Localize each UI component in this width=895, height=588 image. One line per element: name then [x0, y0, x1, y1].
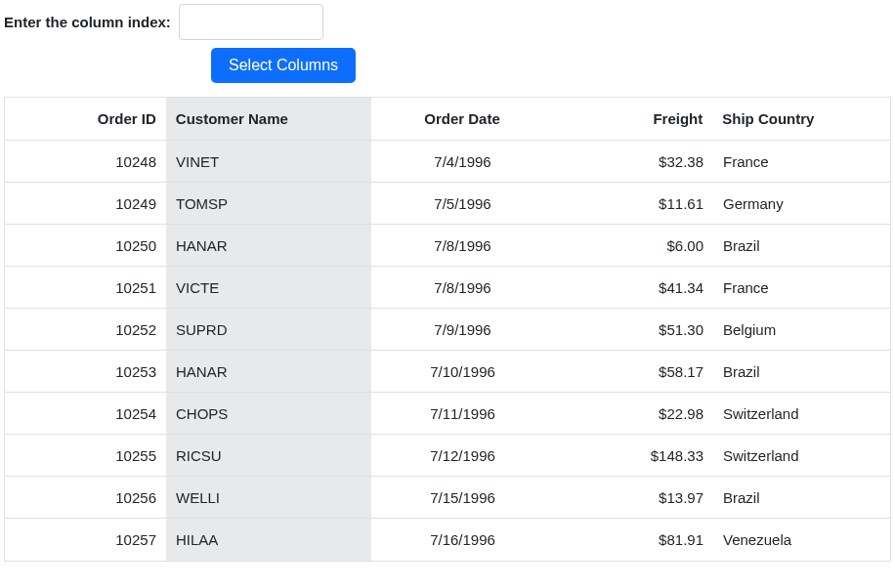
cell-freight: $22.98: [554, 393, 713, 434]
column-header-orderid[interactable]: Order ID: [5, 98, 166, 140]
cell-orderid: 10250: [5, 225, 166, 266]
cell-country: Switzerland: [713, 435, 874, 476]
cell-date: 7/9/1996: [371, 309, 554, 350]
cell-customer: VICTE: [166, 267, 371, 308]
select-columns-button[interactable]: Select Columns: [211, 48, 356, 83]
cell-orderid: 10253: [5, 351, 166, 392]
cell-customer: SUPRD: [166, 309, 371, 350]
cell-customer: HILAA: [166, 519, 371, 561]
cell-freight: $81.91: [554, 519, 713, 561]
cell-customer: VINET: [166, 141, 371, 182]
column-header-customer[interactable]: Customer Name: [166, 98, 371, 140]
cell-freight: $6.00: [554, 225, 713, 266]
cell-orderid: 10249: [5, 183, 166, 224]
column-header-country[interactable]: Ship Country: [712, 98, 874, 140]
cell-country: France: [713, 141, 874, 182]
table-row[interactable]: 10254CHOPS7/11/1996$22.98Switzerland: [5, 393, 890, 435]
cell-customer: RICSU: [166, 435, 371, 476]
data-grid: Order IDCustomer NameOrder DateFreightSh…: [4, 97, 891, 562]
cell-country: France: [713, 267, 874, 308]
table-row[interactable]: 10250HANAR7/8/1996$6.00Brazil: [5, 225, 890, 267]
table-row[interactable]: 10249TOMSP7/5/1996$11.61Germany: [5, 183, 890, 225]
cell-freight: $32.38: [554, 141, 713, 182]
table-row[interactable]: 10256WELLI7/15/1996$13.97Brazil: [5, 477, 890, 519]
cell-date: 7/4/1996: [371, 141, 554, 182]
cell-date: 7/16/1996: [371, 519, 554, 561]
cell-country: Belgium: [713, 309, 874, 350]
control-row: Enter the column index:: [4, 4, 891, 40]
table-row[interactable]: 10252SUPRD7/9/1996$51.30Belgium: [5, 309, 890, 351]
column-index-input[interactable]: [179, 4, 323, 40]
cell-country: Brazil: [713, 477, 874, 518]
grid-header-row: Order IDCustomer NameOrder DateFreightSh…: [5, 98, 890, 141]
cell-customer: CHOPS: [166, 393, 371, 434]
cell-customer: HANAR: [166, 351, 371, 392]
table-row[interactable]: 10248VINET7/4/1996$32.38France: [5, 141, 890, 183]
cell-freight: $41.34: [554, 267, 713, 308]
cell-customer: WELLI: [166, 477, 371, 518]
table-row[interactable]: 10257HILAA7/16/1996$81.91Venezuela: [5, 519, 890, 561]
cell-date: 7/12/1996: [371, 435, 554, 476]
cell-date: 7/8/1996: [371, 225, 554, 266]
cell-date: 7/5/1996: [371, 183, 554, 224]
cell-country: Germany: [713, 183, 874, 224]
cell-customer: TOMSP: [166, 183, 371, 224]
cell-country: Switzerland: [713, 393, 874, 434]
cell-country: Venezuela: [713, 519, 874, 561]
cell-orderid: 10252: [5, 309, 166, 350]
cell-orderid: 10257: [5, 519, 166, 561]
cell-freight: $13.97: [554, 477, 713, 518]
cell-orderid: 10256: [5, 477, 166, 518]
cell-date: 7/11/1996: [371, 393, 554, 434]
cell-freight: $148.33: [554, 435, 713, 476]
button-row: Select Columns: [211, 48, 891, 83]
cell-date: 7/8/1996: [371, 267, 554, 308]
table-row[interactable]: 10251VICTE7/8/1996$41.34France: [5, 267, 890, 309]
cell-orderid: 10251: [5, 267, 166, 308]
cell-date: 7/15/1996: [371, 477, 554, 518]
table-row[interactable]: 10255RICSU7/12/1996$148.33Switzerland: [5, 435, 890, 477]
grid-body-scroll[interactable]: 10248VINET7/4/1996$32.38France10249TOMSP…: [5, 141, 890, 561]
column-index-label: Enter the column index:: [4, 14, 171, 30]
cell-freight: $11.61: [554, 183, 713, 224]
column-header-date[interactable]: Order Date: [371, 98, 554, 140]
cell-country: Brazil: [713, 351, 874, 392]
cell-country: Brazil: [713, 225, 874, 266]
cell-orderid: 10255: [5, 435, 166, 476]
header-scrollbar-filler: [874, 98, 890, 140]
cell-orderid: 10248: [5, 141, 166, 182]
column-header-freight[interactable]: Freight: [553, 98, 712, 140]
cell-orderid: 10254: [5, 393, 166, 434]
cell-freight: $58.17: [554, 351, 713, 392]
table-row[interactable]: 10253HANAR7/10/1996$58.17Brazil: [5, 351, 890, 393]
cell-customer: HANAR: [166, 225, 371, 266]
cell-date: 7/10/1996: [371, 351, 554, 392]
cell-freight: $51.30: [554, 309, 713, 350]
